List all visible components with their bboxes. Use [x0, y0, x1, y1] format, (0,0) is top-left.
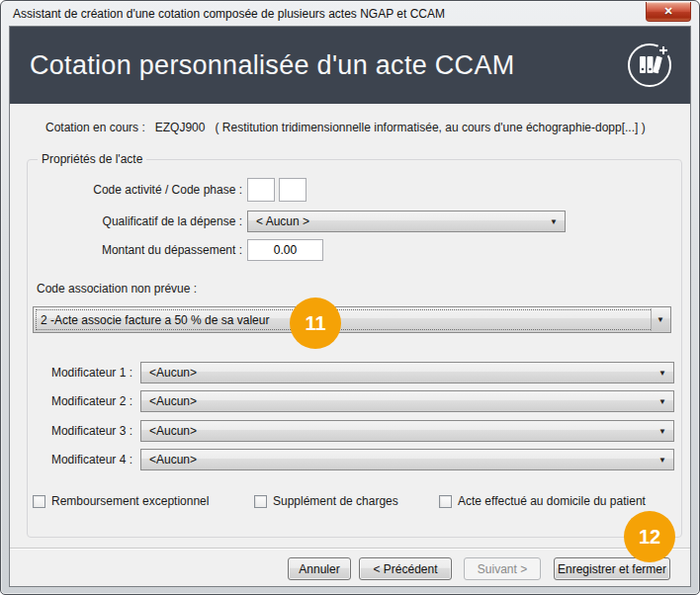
- association-value: 2 -Acte associe facture a 50 % de sa val…: [41, 313, 269, 327]
- association-select-arrow[interactable]: ▼: [651, 308, 669, 331]
- checkbox-box: [254, 495, 267, 508]
- modificateur-2-label: Modificateur 2 :: [28, 390, 132, 412]
- modificateur-2-value: <Aucun>: [149, 394, 197, 408]
- chevron-down-icon: ▼: [658, 369, 666, 378]
- footer-separator: [10, 548, 690, 550]
- dialog-content: Cotation personnalisée d'un acte CCAM Co…: [9, 26, 691, 587]
- ccam-binders-plus-icon: [627, 42, 674, 89]
- properties-groupbox: Propriétés de l'acte Code activité / Cod…: [27, 159, 682, 538]
- status-label: Cotation en cours :: [45, 121, 145, 134]
- checkbox-box: [33, 495, 45, 508]
- montant-label: Montant du dépassement :: [28, 239, 242, 261]
- chevron-down-icon: ▼: [658, 427, 666, 436]
- status-description: ( Restitution tridimensionnelle informat…: [215, 121, 645, 134]
- dialog-window: Assistant de création d'une cotation com…: [0, 0, 700, 595]
- modificateur-3-value: <Aucun>: [149, 424, 197, 438]
- chevron-down-icon: ▼: [656, 315, 664, 324]
- modificateur-3-label: Modificateur 3 :: [28, 420, 132, 442]
- chevron-down-icon: ▼: [658, 397, 666, 406]
- page-title: Cotation personnalisée d'un acte CCAM: [30, 50, 515, 81]
- modificateur-2-select[interactable]: <Aucun> ▼: [140, 390, 674, 412]
- domicile-label: Acte effectué au domicile du patient: [458, 494, 646, 508]
- checkbox-box: [439, 495, 452, 508]
- remboursement-label: Remboursement exceptionnel: [51, 494, 209, 508]
- chevron-down-icon: ▼: [658, 456, 666, 465]
- qualificatif-select[interactable]: < Aucun > ▼: [247, 211, 566, 232]
- close-button[interactable]: ✕: [646, 2, 691, 22]
- qualificatif-label: Qualificatif de la dépense :: [28, 211, 242, 232]
- code-activite-label: Code activité / Code phase :: [28, 178, 242, 202]
- step-12-badge: 12: [624, 511, 675, 562]
- chevron-down-icon: ▼: [550, 217, 558, 226]
- status-line: Cotation en cours : EZQJ900 ( Restitutio…: [45, 121, 646, 134]
- close-icon: ✕: [663, 5, 672, 18]
- modificateur-4-label: Modificateur 4 :: [28, 449, 132, 470]
- supplement-label: Supplément de charges: [273, 494, 398, 508]
- modificateur-1-label: Modificateur 1 :: [28, 362, 132, 383]
- previous-button[interactable]: < Précédent: [359, 557, 452, 580]
- qualificatif-value: < Aucun >: [256, 214, 309, 228]
- modificateur-1-select[interactable]: <Aucun> ▼: [140, 362, 674, 383]
- modificateur-3-select[interactable]: <Aucun> ▼: [140, 420, 674, 442]
- code-activite-input[interactable]: [247, 178, 275, 202]
- window-title: Assistant de création d'une cotation com…: [13, 7, 445, 21]
- association-label: Code association non prévue :: [37, 282, 197, 296]
- cancel-button[interactable]: Annuler: [288, 557, 351, 580]
- modificateur-4-select[interactable]: <Aucun> ▼: [140, 449, 674, 470]
- domicile-checkbox[interactable]: Acte effectué au domicile du patient: [439, 494, 646, 508]
- groupbox-legend: Propriétés de l'acte: [38, 152, 146, 166]
- montant-input[interactable]: [247, 239, 323, 261]
- titlebar: Assistant de création d'une cotation com…: [1, 1, 699, 26]
- header-banner: Cotation personnalisée d'un acte CCAM: [10, 27, 690, 104]
- association-select[interactable]: 2 -Acte associe facture a 50 % de sa val…: [33, 306, 671, 333]
- step-11-badge: 11: [290, 298, 341, 349]
- next-button[interactable]: Suivant >: [464, 557, 541, 580]
- remboursement-checkbox[interactable]: Remboursement exceptionnel: [33, 494, 209, 508]
- supplement-checkbox[interactable]: Supplément de charges: [254, 494, 398, 508]
- modificateur-1-value: <Aucun>: [149, 366, 197, 380]
- modificateur-4-value: <Aucun>: [149, 453, 197, 467]
- code-phase-input[interactable]: [279, 178, 306, 202]
- status-code: EZQJ900: [155, 121, 206, 134]
